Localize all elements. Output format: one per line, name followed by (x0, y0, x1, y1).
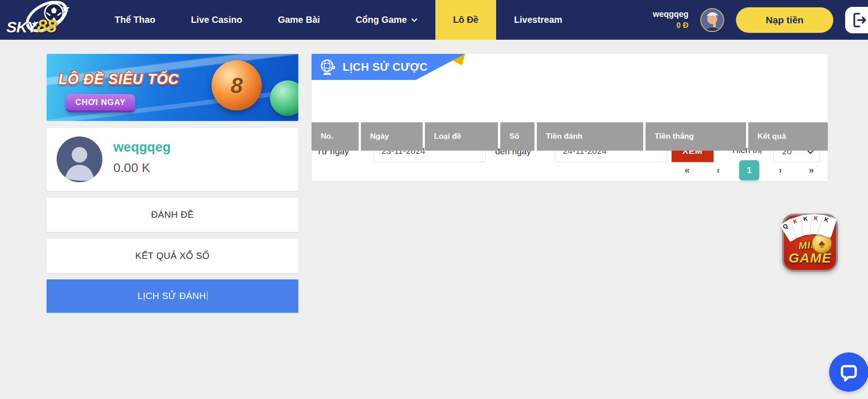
pagination-page-1[interactable]: 1 (739, 160, 759, 180)
column-header-so: Số (500, 122, 535, 151)
column-header-ngay: Ngày (361, 122, 423, 151)
table-header-row: No. Ngày Loại đề Số Tiền đánh Tiền thắng… (312, 122, 828, 151)
column-header-tien-thang: Tiền thắng (646, 122, 746, 151)
avatar[interactable] (700, 8, 724, 32)
nav-menu: Thể Thao Live Casino Game Bài Cổng Game … (97, 0, 580, 40)
pagination-next-button[interactable]: › (770, 160, 790, 180)
sky88-logo[interactable]: SKY88 (5, 1, 78, 39)
panel-title: LỊCH SỬ CƯỢC (343, 61, 428, 74)
minigame-cards: Q K K K K (784, 212, 836, 244)
lottery-machine-icon (319, 58, 336, 76)
logout-button[interactable] (845, 7, 868, 33)
pagination-first-button[interactable]: « (677, 160, 697, 180)
lottery-ball-green (270, 80, 298, 116)
minigame-button[interactable]: MINI GAME ♠ Q K K K K (782, 214, 838, 272)
text-caret (207, 291, 207, 300)
profile-avatar-placeholder (57, 136, 102, 182)
banner-title: LÔ ĐỀ SIÊU TỐC (58, 71, 179, 88)
page: SKY88 Thể Thao Live Casino Game Bài Cổng… (0, 0, 868, 399)
sidebar-item-ket-qua-xo-so[interactable]: KẾT QUẢ XỔ SỐ (47, 239, 298, 273)
profile-balance: 0.00 K (113, 161, 150, 175)
column-header-tien-danh: Tiền đánh (537, 122, 643, 151)
pagination-last-button[interactable]: » (801, 160, 821, 180)
logo-text: SKY88 (6, 16, 56, 37)
nav-item-live-casino[interactable]: Live Casino (173, 0, 260, 40)
chat-button[interactable] (829, 352, 868, 392)
nav-item-cong-game[interactable]: Cổng Game (338, 0, 435, 40)
chevron-down-icon (411, 17, 418, 23)
ribbon: LỊCH SỬ CƯỢC (312, 54, 465, 80)
nav-item-livestream[interactable]: Livestream (496, 0, 580, 40)
avatar-image (701, 9, 723, 31)
lo-de-sieu-toc-banner[interactable]: 8 LÔ ĐỀ SIÊU TỐC CHƠI NGAY (47, 54, 298, 121)
pagination-prev-button[interactable]: ‹ (708, 160, 728, 180)
column-header-loai-de: Loại đề (425, 122, 498, 151)
person-silhouette-icon (57, 136, 102, 182)
profile-username: weqgqeg (113, 140, 171, 155)
nav-right-cluster: weqgqeg 0 Đ Nạp tiền (653, 0, 868, 40)
profile-card: weqgqeg 0.00 K (47, 128, 298, 191)
top-navigation: SKY88 Thể Thao Live Casino Game Bài Cổng… (0, 0, 868, 40)
sidebar-item-lich-su-danh[interactable]: LỊCH SỬ ĐÁNH (47, 279, 298, 313)
username: weqgqeg (653, 10, 688, 19)
play-now-button[interactable]: CHƠI NGAY (66, 94, 135, 112)
deposit-button[interactable]: Nạp tiền (736, 7, 833, 33)
column-header-ket-qua: Kết quả (748, 122, 828, 151)
logout-icon (853, 12, 867, 28)
panel-title-ribbon: LỊCH SỬ CƯỢC (312, 54, 465, 80)
bet-history-panel: LỊCH SỬ CƯỢC Từ ngày đến ngày XEM Hiển t… (312, 54, 828, 181)
nav-item-game-bai[interactable]: Game Bài (260, 0, 338, 40)
user-info[interactable]: weqgqeg 0 Đ (653, 10, 688, 30)
balance: 0 Đ (677, 21, 688, 30)
lottery-ball-8: 8 (212, 60, 262, 110)
minigame-word-game: GAME (784, 250, 836, 266)
chat-icon (839, 362, 859, 382)
sidebar-item-danh-de[interactable]: ĐÁNH ĐỀ (47, 198, 298, 232)
nav-item-the-thao[interactable]: Thể Thao (97, 0, 173, 40)
pagination: « ‹ 1 › » (666, 159, 821, 181)
column-header-no: No. (312, 122, 359, 151)
nav-item-lo-de[interactable]: Lô Đề (435, 0, 497, 40)
